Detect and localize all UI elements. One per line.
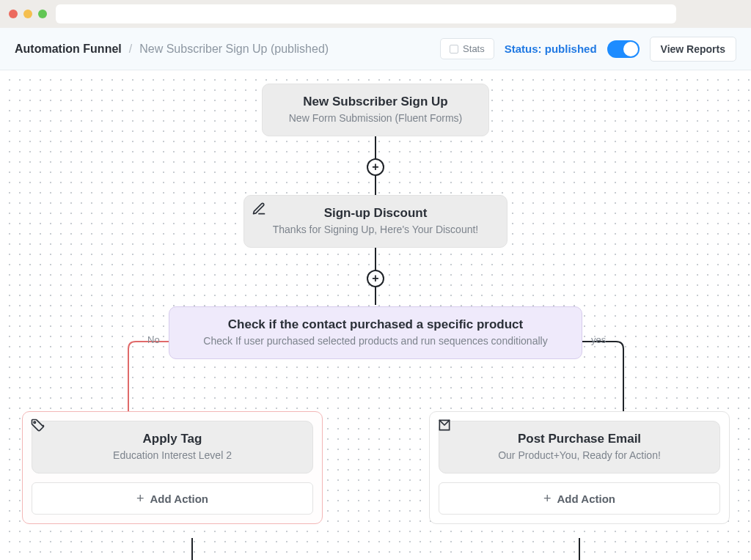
add-action-button[interactable]: + Add Action — [439, 482, 720, 515]
minimize-window-icon[interactable] — [23, 10, 32, 18]
node-title: Post Purchase Email — [453, 432, 706, 446]
compose-icon — [437, 418, 452, 435]
email-node[interactable]: Sign-up Discount Thanks for Signing Up, … — [243, 195, 508, 248]
node-subtitle: Our Product+You, Ready for Action! — [453, 449, 706, 461]
maximize-window-icon[interactable] — [38, 10, 47, 18]
funnel-canvas[interactable]: + + New Subscriber Sign Up New Form Subm… — [0, 70, 751, 560]
node-subtitle: New Form Submission (Fluent Forms) — [276, 112, 475, 124]
branch-label-yes: yes — [591, 334, 606, 345]
node-title: Sign-up Discount — [257, 206, 494, 221]
close-window-icon[interactable] — [9, 10, 18, 18]
node-title: New Subscriber Sign Up — [276, 95, 475, 109]
compose-icon — [252, 202, 266, 218]
breadcrumb-leaf: New Subscriber Sign Up (published) — [139, 43, 329, 56]
status-label: Status: published — [505, 43, 597, 55]
breadcrumb-root[interactable]: Automation Funnel — [15, 43, 122, 56]
add-action-button[interactable]: + Add Action — [32, 482, 313, 515]
view-reports-label: View Reports — [661, 43, 725, 55]
add-step-button[interactable]: + — [367, 158, 384, 176]
stats-label: Stats — [463, 43, 485, 54]
breadcrumb: Automation Funnel / New Subscriber Sign … — [15, 43, 329, 56]
plus-icon: + — [543, 491, 552, 506]
condition-node[interactable]: Check if the contact purchased a specifi… — [169, 306, 582, 359]
header-actions: Stats Status: published View Reports — [440, 37, 736, 62]
add-action-label: Add Action — [150, 493, 208, 505]
node-subtitle: Thanks for Signing Up, Here's Your Disco… — [257, 224, 494, 235]
checkbox-icon — [450, 45, 458, 54]
branch-box-no: Apply Tag Education Interest Level 2 + A… — [22, 411, 323, 524]
window-controls — [9, 10, 47, 18]
branch-label-no: No — [147, 334, 160, 345]
url-bar[interactable] — [56, 4, 676, 23]
trigger-node[interactable]: New Subscriber Sign Up New Form Submissi… — [262, 84, 489, 136]
toggle-knob — [623, 42, 638, 56]
svg-point-3 — [34, 421, 36, 424]
breadcrumb-sep: / — [129, 43, 132, 56]
status-toggle[interactable] — [607, 40, 640, 58]
add-action-label: Add Action — [557, 493, 615, 505]
view-reports-button[interactable]: View Reports — [650, 37, 736, 62]
action-node-apply-tag[interactable]: Apply Tag Education Interest Level 2 — [32, 421, 313, 474]
add-step-button[interactable]: + — [367, 270, 384, 287]
branch-box-yes: Post Purchase Email Our Product+You, Rea… — [429, 411, 730, 524]
node-subtitle: Education Interest Level 2 — [45, 449, 299, 461]
page-header: Automation Funnel / New Subscriber Sign … — [0, 28, 751, 70]
node-title: Apply Tag — [45, 432, 299, 446]
plus-icon: + — [136, 491, 144, 506]
node-subtitle: Check If user purchased selected product… — [183, 335, 568, 347]
browser-chrome — [0, 0, 751, 28]
node-title: Check if the contact purchased a specifi… — [183, 317, 568, 332]
tag-icon — [30, 418, 45, 435]
action-node-post-purchase-email[interactable]: Post Purchase Email Our Product+You, Rea… — [439, 421, 720, 474]
stats-toggle-button[interactable]: Stats — [440, 38, 494, 59]
